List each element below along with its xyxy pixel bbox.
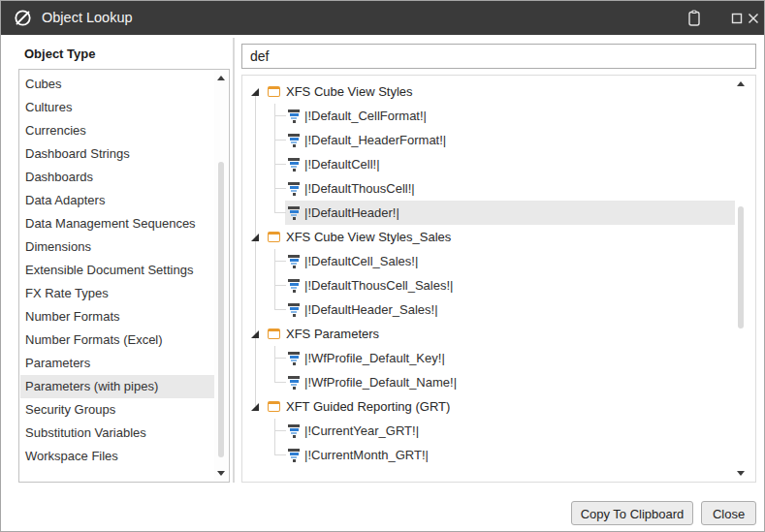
scroll-up-icon[interactable] xyxy=(737,81,745,86)
parameter-funnel-icon xyxy=(287,352,301,365)
tree-item-row[interactable]: |!WfProfile_Default_Key!| xyxy=(242,346,755,370)
tree-item-row[interactable]: |!CurrentMonth_GRT!| xyxy=(242,443,755,467)
tree-guide-line xyxy=(274,358,286,359)
object-type-item[interactable]: Extensible Document Settings xyxy=(20,259,219,282)
object-type-item[interactable]: Workspace Files xyxy=(20,445,219,468)
parameter-funnel-icon xyxy=(287,424,301,438)
tree-guide-line xyxy=(274,285,286,286)
object-type-item[interactable]: Dimensions xyxy=(20,235,219,259)
scrollbar-thumb[interactable] xyxy=(738,206,744,329)
scroll-up-icon[interactable] xyxy=(217,76,225,80)
tree-item-row[interactable]: |!DefaultHeader!| xyxy=(242,201,755,225)
app-logo-icon xyxy=(13,8,33,28)
tree-group-row[interactable]: XFS Cube View Styles xyxy=(242,79,755,104)
tree-guide-line xyxy=(274,430,286,431)
scroll-down-icon[interactable] xyxy=(737,471,745,476)
object-type-item[interactable]: Number Formats (Excel) xyxy=(20,329,219,352)
tree-item-label: |!DefaultHeader_Sales!| xyxy=(304,297,438,322)
dashboard-folder-icon xyxy=(268,232,280,242)
maximize-icon[interactable] xyxy=(728,10,746,27)
tree-item-row[interactable]: |!DefaultThousCell!| xyxy=(242,176,755,201)
object-type-item[interactable]: Currencies xyxy=(20,119,219,142)
tree-guide-line xyxy=(274,164,286,165)
object-type-item[interactable]: Parameters xyxy=(20,352,219,375)
scrollbar-thumb[interactable] xyxy=(218,162,224,457)
tree-guide-line xyxy=(274,261,286,262)
object-type-item[interactable]: FX Rate Types xyxy=(20,282,219,305)
titlebar: Object Lookup xyxy=(1,1,764,35)
tree-item-label: |!CurrentYear_GRT!| xyxy=(304,419,419,443)
tree-item-label: |!WfProfile_Default_Key!| xyxy=(304,346,445,370)
results-tree-scrollbar[interactable] xyxy=(734,77,748,481)
tree-item-label: |!Default_HeaderFormat!| xyxy=(304,128,446,152)
tree-item-row[interactable]: |!DefaultHeader_Sales!| xyxy=(242,297,755,322)
tree-item-row[interactable]: |!Default_CellFormat!| xyxy=(242,104,755,128)
object-type-scrollbar[interactable] xyxy=(214,71,228,481)
dashboard-folder-icon xyxy=(268,86,280,97)
parameter-funnel-icon xyxy=(287,255,301,268)
expander-expanded-icon[interactable] xyxy=(250,329,260,339)
tree-item-label: |!DefaultHeader!| xyxy=(304,201,399,225)
dashboard-folder-icon xyxy=(268,329,280,339)
tree-guide-line xyxy=(274,454,286,455)
scroll-down-icon[interactable] xyxy=(217,471,225,476)
expander-expanded-icon[interactable] xyxy=(250,402,260,412)
object-type-item[interactable]: Cubes xyxy=(20,73,219,96)
tree-item-row[interactable]: |!Default_HeaderFormat!| xyxy=(242,128,755,152)
object-type-item[interactable]: Data Management Sequences xyxy=(20,212,219,235)
tree-item-label: |!CurrentMonth_GRT!| xyxy=(304,443,429,467)
parameter-funnel-icon xyxy=(287,182,301,196)
expander-expanded-icon[interactable] xyxy=(250,87,260,97)
tree-group-row[interactable]: XFS Parameters xyxy=(242,322,755,346)
tree-group-row[interactable]: XFS Cube View Styles_Sales xyxy=(242,225,755,249)
object-type-item[interactable]: Parameters (with pipes) xyxy=(20,375,219,398)
panel-splitter[interactable] xyxy=(233,38,235,483)
tree-group-label: XFS Parameters xyxy=(286,322,379,346)
tree-item-row[interactable]: |!DefaultCell_Sales!| xyxy=(242,249,755,273)
tree-item-label: |!WfProfile_Default_Name!| xyxy=(304,370,457,394)
parameter-funnel-icon xyxy=(287,303,301,317)
parameter-funnel-icon xyxy=(287,134,301,147)
object-type-item[interactable]: Dashboard Strings xyxy=(20,142,219,166)
tree-item-row[interactable]: |!DefaultThousCell_Sales!| xyxy=(242,273,755,297)
tree-guide-line xyxy=(274,115,286,116)
search-input[interactable] xyxy=(241,44,756,69)
tree-item-row[interactable]: |!CurrentYear_GRT!| xyxy=(242,419,755,443)
close-icon[interactable] xyxy=(745,10,762,27)
parameter-funnel-icon xyxy=(287,376,301,390)
results-tree: XFS Cube View Styles|!Default_CellFormat… xyxy=(241,75,756,483)
tree-guide-line xyxy=(274,309,286,310)
clipboard-icon[interactable] xyxy=(685,10,703,27)
parameter-funnel-icon xyxy=(287,158,301,172)
object-type-item[interactable]: Number Formats xyxy=(20,305,219,329)
tree-guide-line xyxy=(274,382,286,383)
dashboard-folder-icon xyxy=(268,401,280,412)
object-lookup-dialog: Object Lookup Object Type CubesCulturesC… xyxy=(0,0,765,532)
object-type-list: CubesCulturesCurrenciesDashboard Strings… xyxy=(18,69,230,483)
object-type-item[interactable]: Security Groups xyxy=(20,398,219,422)
tree-guide-line xyxy=(274,188,286,189)
parameter-funnel-icon xyxy=(287,279,301,293)
tree-item-label: |!DefaultCell!| xyxy=(304,152,380,176)
parameter-funnel-icon xyxy=(287,449,301,462)
tree-item-label: |!Default_CellFormat!| xyxy=(304,104,427,128)
tree-item-label: |!DefaultThousCell!| xyxy=(304,176,415,201)
object-type-item[interactable]: Dashboards xyxy=(20,166,219,189)
tree-item-row[interactable]: |!WfProfile_Default_Name!| xyxy=(242,370,755,394)
parameter-funnel-icon xyxy=(287,206,301,220)
object-type-label: Object Type xyxy=(24,47,95,61)
parameter-funnel-icon xyxy=(287,110,301,123)
object-type-item[interactable]: Substitution Variables xyxy=(20,422,219,445)
expander-expanded-icon[interactable] xyxy=(250,233,260,242)
close-button[interactable]: Close xyxy=(701,501,756,525)
copy-to-clipboard-button[interactable]: Copy To Clipboard xyxy=(571,501,693,525)
window-title: Object Lookup xyxy=(42,1,133,35)
tree-item-label: |!DefaultCell_Sales!| xyxy=(304,249,418,273)
tree-item-label: |!DefaultThousCell_Sales!| xyxy=(304,273,453,297)
tree-group-row[interactable]: XFT Guided Reporting (GRT) xyxy=(242,394,755,419)
tree-group-label: XFS Cube View Styles xyxy=(286,79,413,104)
object-type-item[interactable]: Cultures xyxy=(20,96,219,119)
tree-group-label: XFS Cube View Styles_Sales xyxy=(286,225,451,249)
tree-item-row[interactable]: |!DefaultCell!| xyxy=(242,152,755,176)
object-type-item[interactable]: Data Adapters xyxy=(20,189,219,212)
